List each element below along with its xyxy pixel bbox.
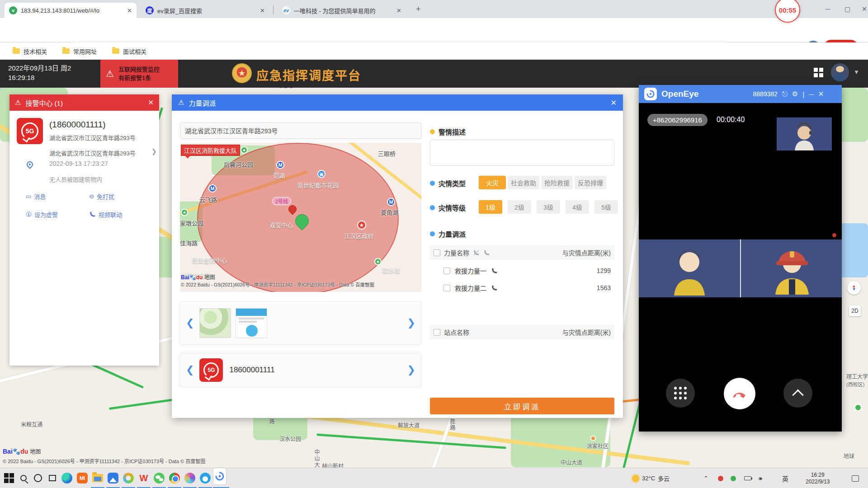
video-tiles [639,239,842,297]
dialpad-button[interactable] [666,379,695,408]
openeye-titlebar[interactable]: OpenEye 8889382 ⎋ ⚙ | ─ ✕ [639,85,842,103]
browser-tab-active[interactable]: v 183.94.213.143:8011/web/#/lo ✕ [5,3,137,18]
alarm-photo-thumbnail[interactable] [199,308,231,338]
volume-icon[interactable]: 🕪 [759,468,762,488]
browser-tab[interactable]: ev 一唯科技 - 为您提供简单易用的 ✕ [278,3,406,18]
tray-expand-icon[interactable]: ⌃ [703,468,708,488]
input-language-indicator[interactable]: 英 [782,468,788,488]
close-icon[interactable]: ✕ [818,90,824,98]
weather-widget[interactable]: 32°C 多云 [632,468,670,488]
compass-icon[interactable]: ▲▼ [847,281,861,295]
level-option-1[interactable]: 1级 [479,200,502,214]
chrome-icon[interactable] [168,472,181,484]
alarm-screenshot-thumbnail[interactable] [236,308,267,338]
carousel-next-icon[interactable]: ❯ [402,317,421,329]
internet-alarm-alert-button[interactable]: ⚠ 互联网报警监控有新报警1条 [100,60,178,88]
gear-icon[interactable]: ⚙ [792,90,798,98]
start-button[interactable] [3,472,15,484]
close-icon[interactable]: ✕ [148,99,154,107]
tab-close-icon[interactable]: ✕ [396,7,401,14]
folder-icon [62,48,70,54]
type-option-fire[interactable]: 火灾 [479,176,506,189]
carousel-prev-icon[interactable]: ❮ [180,317,199,329]
level-option-5[interactable]: 5级 [594,200,618,214]
bookmark-folder[interactable]: 常用网址 [62,47,97,56]
xiaomi-app-icon[interactable]: MI [76,472,89,484]
level-option-2[interactable]: 2级 [508,200,531,214]
gallery-app-icon[interactable] [184,472,196,484]
level-option-3[interactable]: 3级 [537,200,560,214]
carousel-prev-icon[interactable]: ❮ [180,364,199,376]
tray-red-app-icon[interactable] [718,468,723,488]
photos-app-icon[interactable] [107,472,119,484]
bookmark-folder[interactable]: 面试相关 [112,47,146,56]
phone-callback-icon [483,249,490,256]
user-avatar[interactable] [831,63,849,81]
incident-address[interactable]: 湖北省武汉市江汉区青年路293号 [49,149,136,157]
close-icon[interactable]: ✕ [611,99,617,107]
edge-icon[interactable] [61,472,73,484]
ev-favicon: ev [282,6,290,14]
video-link-link[interactable]: 视频联动 [89,210,122,219]
incident-address-input[interactable]: 湖北省武汉市江汉区青年路293号 [180,122,421,139]
force-row[interactable]: 救援力量一 1299 [430,263,614,278]
battery-icon[interactable] [744,468,751,488]
map-label: 新世纪都市花园 [297,181,339,189]
export-icon[interactable]: ⎋ [782,90,788,98]
openeye-title: OpenEye [661,89,698,99]
apps-grid-icon[interactable] [814,68,824,78]
tab-close-icon[interactable]: ✕ [127,7,132,14]
bookmark-folder[interactable]: 技术相关 [13,47,47,56]
level-option-4[interactable]: 4级 [566,200,589,214]
carousel-next-icon[interactable]: ❯ [402,364,421,376]
wps-icon[interactable]: W [137,472,150,484]
message-link[interactable]: ▭消息 [26,192,46,201]
minimize-icon[interactable]: ─ [809,90,814,98]
phone-icon[interactable] [491,267,498,274]
dispatch-now-button[interactable]: 立即调派 [430,398,614,414]
incident-description-textarea[interactable] [430,140,614,166]
task-view-icon[interactable] [46,472,59,484]
clock[interactable]: 16:292022/9/13 [806,468,830,488]
cortana-icon[interactable] [32,472,44,484]
type-option-emergency-rescue[interactable]: 抢险救援 [541,176,573,189]
file-explorer-icon[interactable] [91,472,104,484]
tray-green-app-icon[interactable] [731,468,736,488]
hangup-button[interactable] [724,378,755,409]
firefighter-video-tile[interactable] [741,239,842,297]
openeye-taskbar-icon[interactable] [213,470,226,483]
search-icon[interactable] [17,472,30,484]
force-row[interactable]: 救援力量二 1563 [430,281,614,295]
2d-mode-badge[interactable]: 2D [849,305,861,316]
baidu-maps-logo: Bai🐾du 地图 [3,447,41,455]
chevron-down-icon[interactable]: ▼ [854,69,859,75]
expand-button[interactable] [783,379,812,408]
window-minimize-button[interactable]: ─ [826,5,830,13]
site-favicon: v [9,6,17,14]
action-center-icon[interactable] [852,468,859,488]
wechat-icon[interactable] [153,472,165,484]
incident-minimap[interactable]: 江汉区消防救援大队 ♣ 后襄河公园 M 范湖 ▣ 新世纪都市花园 三眼桥 M 云… [180,143,421,292]
chevron-right-icon[interactable]: ❯ [151,148,157,155]
operator-video-thumbnail[interactable] [777,117,832,150]
type-option-social-rescue[interactable]: 社会救助 [508,176,539,189]
bookmarks-bar: 技术相关 常用网址 面试相关 [0,42,868,60]
type-option-anti-terror[interactable]: 反恐排爆 [575,176,606,189]
window-maximize-button[interactable]: ▢ [844,5,850,13]
browser-tab[interactable]: 度 ev录屏_百度搜索 ✕ [141,3,269,18]
window-close-button[interactable]: ✕ [862,5,867,13]
ring-app-icon[interactable] [122,472,135,484]
new-tab-button[interactable]: + [416,5,421,14]
tab-close-icon[interactable]: ✕ [260,7,265,14]
force-checkbox[interactable] [443,267,450,274]
warning-triangle-icon: ⚠ [106,68,114,79]
force-checkbox[interactable] [443,285,450,291]
select-all-checkbox[interactable] [434,329,440,336]
participant-video-tile[interactable] [639,239,740,297]
qq-browser-icon[interactable] [199,472,212,484]
mark-false-alarm-link[interactable]: 🛈设为虚警 [26,210,58,219]
do-not-disturb-link[interactable]: ⊖免打扰 [89,192,114,201]
park-poi-icon: ♣ [241,146,248,154]
phone-icon[interactable] [491,285,498,291]
select-all-checkbox[interactable] [434,249,440,256]
